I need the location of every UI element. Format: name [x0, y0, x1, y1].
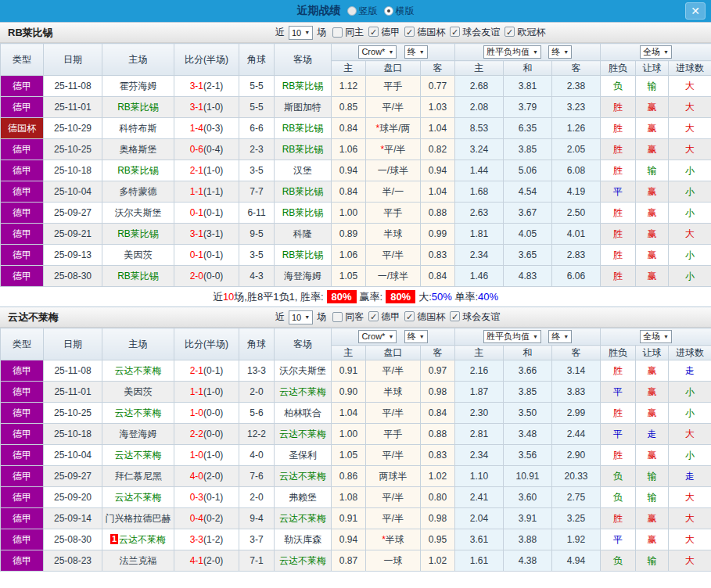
changed-handicap-star: * [380, 144, 384, 155]
same-venue-checkbox[interactable] [332, 27, 343, 38]
crow-handicap: 平/半 [366, 403, 421, 424]
corners: 9-5 [239, 224, 275, 245]
horizontal-layout-radio[interactable] [384, 6, 393, 16]
result-value: 小 [685, 450, 695, 461]
match-count-value: 10 [292, 313, 301, 322]
crow-odds-home: 1.12 [332, 76, 366, 97]
fulltime-score: 1-4 [190, 123, 203, 134]
league-badge: 德甲 [1, 97, 44, 118]
match-count-select[interactable]: 10 [289, 26, 313, 40]
vertical-layout-label: 竖版 [359, 5, 378, 18]
fulltime-score: 4-0 [190, 471, 203, 482]
crow-odds-home: 1.05 [332, 266, 366, 287]
crow-odds-away: 0.98 [421, 382, 455, 403]
col-score: 比分(半场) [174, 44, 239, 76]
away-team-name: 云达不莱梅 [279, 386, 326, 397]
crow-odds-home: 0.84 [332, 181, 366, 203]
halftime-score: (0-3) [203, 123, 223, 134]
home-team-name: RB莱比锡 [117, 102, 159, 113]
bookmaker-select[interactable]: Crow* [358, 330, 397, 343]
league-checkbox-label: 球会友谊 [462, 27, 500, 38]
rate-badge: 80% [386, 290, 415, 303]
home-team: RB莱比锡 [102, 266, 174, 287]
mean-odds-away: 2.44 [552, 424, 601, 445]
crow-odds-home: 1.08 [332, 487, 366, 508]
crow-odds-home: 0.86 [332, 466, 366, 487]
mean-odds-away: 2.90 [552, 445, 601, 466]
mean-odds-draw: 3.65 [504, 245, 552, 266]
away-team-name: 弗赖堡 [289, 492, 317, 503]
result-goals: 大 [669, 508, 711, 529]
away-team: 云达不莱梅 [275, 508, 332, 529]
halftime-score: (1-2) [203, 534, 223, 545]
match-score: 1-0(0-0) [174, 403, 239, 424]
league-checkbox-label: 德国杯 [417, 311, 445, 322]
col-date: 日期 [44, 328, 102, 360]
home-team: 云达不莱梅 [102, 445, 174, 466]
match-score: 3-3(1-2) [174, 529, 239, 550]
corners: 6-6 [239, 118, 275, 139]
result-value: 大 [685, 534, 695, 545]
league-checkbox[interactable] [450, 27, 460, 37]
mean-odds-away: 4.19 [552, 181, 601, 203]
away-team-name: 云达不莱梅 [279, 471, 326, 482]
match-date: 25-09-27 [44, 203, 102, 224]
result-value: 大 [685, 81, 695, 91]
col-odds-home: 主 [332, 61, 366, 76]
mean-odds-away: 3.23 [552, 97, 601, 118]
filter-bar: 近 10 场 同主 德甲德国杯球会友谊欧冠杯 [274, 26, 547, 40]
bookmaker-select[interactable]: Crow* [358, 45, 397, 59]
crow-odds-away: 1.02 [421, 550, 455, 572]
same-venue-checkbox[interactable] [332, 312, 343, 322]
match-row: 德甲25-09-27沃尔夫斯堡0-1(0-1)6-11RB莱比锡1.00平手0.… [1, 203, 711, 224]
result-handicap: 输 [636, 550, 669, 572]
crow-odds-away: 0.82 [421, 139, 455, 160]
league-checkbox[interactable] [404, 311, 415, 321]
mean-stage-select[interactable]: 终 [548, 330, 572, 343]
fulltime-score: 1-1 [190, 186, 203, 197]
scope-select[interactable]: 全场 [640, 330, 672, 343]
odds-stage-select[interactable]: 终 [404, 330, 428, 343]
match-score: 0-1(0-1) [174, 203, 239, 224]
home-team-name: 美因茨 [124, 386, 153, 397]
crow-odds-away: 0.80 [421, 487, 455, 508]
fulltime-score: 1-0 [190, 450, 203, 461]
result-value: 大 [685, 228, 695, 239]
mean-odds-away: 2.75 [552, 487, 601, 508]
league-checkbox[interactable] [368, 311, 379, 321]
result-value: 胜 [613, 165, 623, 176]
crow-handicap: 平/半 [366, 508, 421, 529]
games-label: 场 [317, 26, 326, 39]
result-value: 小 [685, 186, 695, 197]
league-checkbox[interactable] [450, 311, 460, 321]
league-checkbox[interactable] [404, 27, 415, 37]
result-value: 大 [685, 492, 695, 503]
away-team-name: RB莱比锡 [282, 186, 324, 197]
league-checkbox[interactable] [368, 27, 379, 37]
league-badge: 德甲 [1, 76, 44, 97]
mean-odds-select[interactable]: 胜平负均值 [483, 330, 541, 343]
away-team-name: 圣保利 [289, 450, 317, 461]
mean-stage-select[interactable]: 终 [548, 45, 572, 59]
league-badge: 德甲 [1, 160, 44, 181]
mean-odds-home: 3.61 [455, 529, 504, 550]
fulltime-score: 1-1 [190, 386, 203, 397]
halftime-score: (0-1) [203, 207, 223, 218]
result-handicap: 赢 [636, 203, 669, 224]
result-goals: 大 [669, 97, 711, 118]
match-score: 2-1(0-1) [174, 360, 239, 382]
result-value: 胜 [613, 249, 623, 260]
home-team: 法兰克福 [102, 550, 174, 572]
odds-stage-select[interactable]: 终 [404, 45, 428, 59]
vertical-layout-radio[interactable] [347, 6, 357, 16]
result-value: 走 [685, 365, 695, 376]
crow-odds-home: 1.05 [332, 445, 366, 466]
mean-odds-select[interactable]: 胜平负均值 [483, 45, 541, 59]
match-count-select[interactable]: 10 [289, 310, 313, 324]
halftime-score: (0-1) [203, 365, 223, 376]
scope-select[interactable]: 全场 [640, 45, 672, 59]
close-button[interactable]: ✕ [685, 2, 706, 20]
result-handicap: 赢 [636, 529, 669, 550]
match-row: 德甲25-09-27拜仁慕尼黑4-0(2-0)7-6云达不莱梅0.86两球半1.… [1, 466, 711, 487]
league-checkbox[interactable] [505, 27, 515, 37]
